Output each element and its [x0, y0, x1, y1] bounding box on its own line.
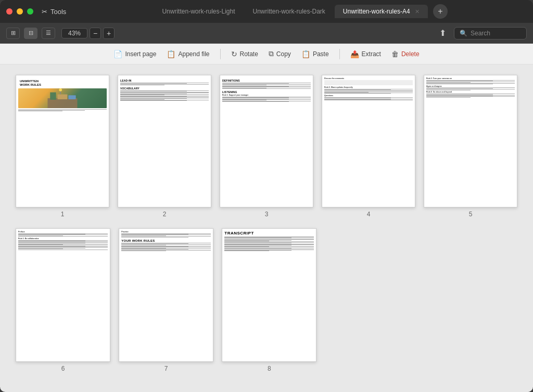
zoom-control: 43% − +	[61, 28, 115, 39]
traffic-lights	[6, 8, 33, 15]
page-7-section2: YOUR WORK RULES	[121, 239, 211, 242]
extract-button[interactable]: 📤 Extract	[350, 50, 381, 58]
tab-dark[interactable]: Unwritten-work-rules-Dark	[245, 5, 334, 18]
title-bar: ✂ Tools Unwritten-work-rules-Light Unwri…	[0, 0, 533, 23]
svg-rect-1	[50, 92, 56, 99]
pages-row-2: Preface Rule 1: Be collaborative	[16, 228, 316, 373]
view-list-button[interactable]: ☰	[42, 28, 55, 39]
insert-page-button[interactable]: 📄 Insert page	[113, 50, 156, 58]
tab-light[interactable]: Unwritten-work-rules-Light	[154, 5, 243, 18]
append-icon: 📋	[167, 50, 175, 58]
toolbar-left: ⊞ ⊟ ☰	[6, 28, 55, 39]
page-5-section2: Agree or disagree	[426, 85, 515, 87]
page-6-section2: Rule 1: Be collaborative	[18, 238, 108, 240]
page-8-number: 8	[268, 365, 271, 372]
search-icon: 🔍	[460, 30, 467, 37]
page-6-number: 6	[61, 365, 65, 372]
page-8-thumb[interactable]: TRANSCRIPT	[222, 228, 316, 362]
page-1-thumb[interactable]: UNWRITTEN WORK RULES	[16, 75, 109, 207]
svg-rect-3	[68, 95, 75, 99]
paste-button[interactable]: 📋 Paste	[301, 50, 329, 58]
tab-close-icon[interactable]: ✕	[415, 8, 420, 15]
zoom-display[interactable]: 43%	[61, 28, 87, 38]
page-5-thumb[interactable]: Rule 3: Turn your cameras on Agree or di…	[424, 75, 517, 207]
pages-area: UNWRITTEN WORK RULES	[0, 64, 533, 392]
page-1-title: UNWRITTEN WORK RULES	[18, 77, 107, 88]
separator-2	[339, 49, 340, 59]
scissors-icon: ✂	[42, 8, 47, 16]
page-6-section1: Preface	[18, 231, 108, 233]
toolbar: ⊞ ⊟ ☰ 43% − + ⬆ 🔍 Search	[0, 23, 533, 44]
page-3-wrapper[interactable]: DEFINITIONS LISTENING Rule 1: Support yo…	[220, 75, 313, 218]
search-placeholder: Search	[471, 30, 490, 37]
page-1-number: 1	[61, 211, 65, 218]
page-6-wrapper[interactable]: Preface Rule 1: Be collaborative	[16, 228, 110, 373]
share-button[interactable]: ⬆	[435, 26, 450, 41]
page-2-section1: LEAD-IN	[120, 79, 209, 82]
page-4-thumb[interactable]: Discuss the comments Rule 2: Share updat…	[322, 75, 415, 207]
zoom-minus-button[interactable]: −	[90, 28, 101, 39]
page-3-number: 3	[265, 211, 269, 218]
close-button[interactable]	[6, 8, 12, 15]
page-2-thumb[interactable]: LEAD-IN VOCABULARY	[118, 75, 211, 207]
delete-button[interactable]: 🗑 Delete	[391, 50, 420, 58]
svg-point-5	[59, 88, 62, 92]
tools-menu[interactable]: ✂ Tools	[42, 8, 66, 16]
view-grid-button[interactable]: ⊟	[24, 28, 37, 39]
page-4-section1: Discuss the comments	[324, 77, 413, 80]
page-7-section1: Practice	[121, 231, 211, 233]
page-8-section1: TRANSCRIPT	[224, 231, 314, 236]
rotate-button[interactable]: ↻ Rotate	[231, 50, 258, 58]
page-7-thumb[interactable]: Practice YOUR WORK RULES	[119, 228, 213, 362]
page-5-number: 5	[469, 211, 473, 218]
page-2-wrapper[interactable]: LEAD-IN VOCABULARY	[118, 75, 211, 218]
add-tab-button[interactable]: +	[433, 4, 448, 19]
copy-icon: ⧉	[269, 49, 274, 58]
pages-grid: UNWRITTEN WORK RULES	[16, 75, 517, 372]
tabs-section: Unwritten-work-rules-Light Unwritten-wor…	[74, 4, 527, 19]
svg-rect-2	[58, 94, 68, 99]
insert-icon: 📄	[113, 50, 122, 58]
page-2-section2: VOCABULARY	[120, 87, 209, 90]
copy-button[interactable]: ⧉ Copy	[269, 49, 291, 58]
view-single-button[interactable]: ⊞	[6, 28, 20, 39]
page-5-section3: Rule 4: Go above and beyond	[426, 91, 515, 93]
page-7-number: 7	[164, 365, 168, 372]
page-4-number: 4	[367, 211, 371, 218]
extract-icon: 📤	[350, 50, 359, 58]
page-1-illustration	[18, 88, 107, 108]
page-3-section1: DEFINITIONS	[222, 79, 311, 82]
page-5-section1: Rule 3: Turn your cameras on	[426, 77, 515, 80]
page-5-wrapper[interactable]: Rule 3: Turn your cameras on Agree or di…	[424, 75, 517, 218]
page-4-wrapper[interactable]: Discuss the comments Rule 2: Share updat…	[322, 75, 415, 218]
page-4-section2: Rule 2: Share updates frequently	[324, 86, 413, 88]
zoom-plus-button[interactable]: +	[103, 28, 115, 39]
page-6-thumb[interactable]: Preface Rule 1: Be collaborative	[16, 228, 110, 362]
page-7-wrapper[interactable]: Practice YOUR WORK RULES	[119, 228, 213, 373]
minimize-button[interactable]	[17, 8, 23, 15]
pdf-toolbar: 📄 Insert page 📋 Append file ↻ Rotate ⧉ C…	[0, 44, 533, 64]
page-3-thumb[interactable]: DEFINITIONS LISTENING Rule 1: Support yo…	[220, 75, 313, 207]
append-file-button[interactable]: 📋 Append file	[167, 50, 209, 58]
page-1-wrapper[interactable]: UNWRITTEN WORK RULES	[16, 75, 109, 218]
paste-icon: 📋	[301, 50, 310, 58]
separator-1	[220, 49, 221, 59]
pages-row-1: UNWRITTEN WORK RULES	[16, 75, 517, 218]
rotate-icon: ↻	[231, 50, 237, 58]
tab-a4[interactable]: Unwritten-work-rules-A4 ✕	[335, 5, 428, 18]
delete-icon: 🗑	[391, 50, 399, 58]
page-8-wrapper[interactable]: TRANSCRIPT	[222, 228, 316, 373]
search-box[interactable]: 🔍 Search	[454, 27, 527, 40]
tools-label[interactable]: Tools	[50, 8, 66, 16]
page-2-number: 2	[163, 211, 167, 218]
page-3-section2: LISTENING	[222, 90, 311, 94]
p1-line3	[18, 111, 62, 111]
svg-rect-0	[48, 98, 78, 108]
expand-button[interactable]	[27, 8, 33, 15]
